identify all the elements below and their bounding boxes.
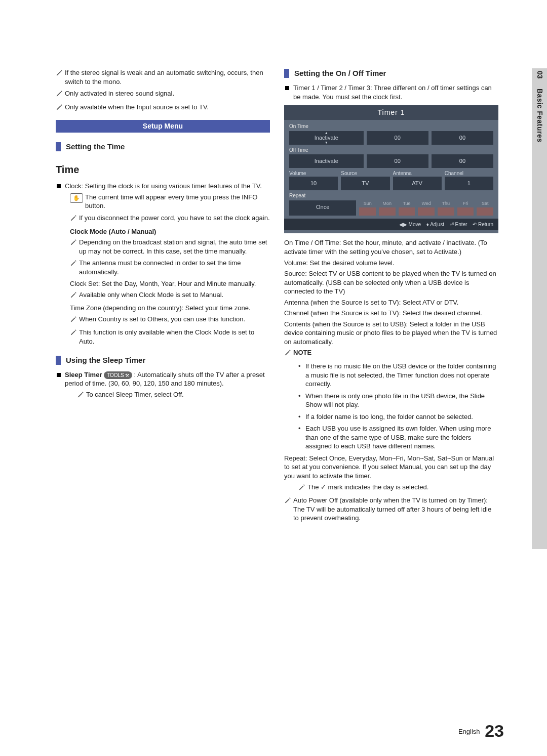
val-antenna: ATV bbox=[393, 177, 442, 190]
on-time-label: On Time bbox=[289, 123, 493, 130]
on-time-state: Inactivate bbox=[289, 131, 364, 145]
section-heading: Using the Sleep Timer bbox=[56, 355, 270, 365]
section-heading: Setting the On / Off Timer bbox=[284, 68, 498, 78]
day-mon: Mon bbox=[379, 200, 396, 216]
right-column: Setting the On / Off Timer Timer 1 / Tim… bbox=[284, 68, 498, 526]
note-text: Only activated in stereo sound signal. bbox=[65, 89, 174, 98]
p-contents: Contents (when the Source is set to USB)… bbox=[284, 320, 498, 347]
section-label: Basic Features bbox=[536, 89, 544, 143]
note: This function is only available when the… bbox=[70, 328, 270, 346]
off-time-hour: 00 bbox=[367, 154, 428, 168]
note-icon bbox=[70, 239, 79, 248]
repeat-label: Repeat bbox=[289, 192, 493, 199]
note: The antenna must be connected in order t… bbox=[70, 259, 270, 276]
day-sun: Sun bbox=[359, 200, 376, 216]
heading-accent bbox=[284, 69, 289, 78]
off-time-min: 00 bbox=[432, 154, 493, 168]
note: Only available when the Input source is … bbox=[56, 103, 270, 113]
hand-note: ✋ The current time will appear every tim… bbox=[70, 193, 270, 211]
heading-text: Setting the Time bbox=[66, 142, 125, 152]
hdr-source: Source bbox=[341, 170, 389, 177]
setup-menu-banner: Setup Menu bbox=[56, 120, 270, 133]
note-text: When Country is set to Others, you can u… bbox=[79, 315, 245, 324]
timer-panel: Timer 1 On Time Inactivate 00 00 Off Tim… bbox=[284, 105, 498, 233]
autopower-text: Auto Power Off (available only when the … bbox=[293, 496, 498, 523]
note: Available only when Clock Mode is set to… bbox=[70, 290, 270, 301]
timer-panel-title: Timer 1 bbox=[284, 105, 498, 120]
note: If the stereo signal is weak and an auto… bbox=[56, 68, 270, 86]
foot-enter: ⏎ Enter bbox=[450, 222, 467, 227]
bullet-icon bbox=[57, 184, 61, 188]
sleep-item: Sleep Timer TOOLS : Automatically shuts … bbox=[56, 370, 270, 388]
check-note: The ✓ mark indicates the day is selected… bbox=[298, 483, 498, 493]
content: If the stereo signal is weak and an auto… bbox=[56, 68, 499, 526]
day-fri: Fri bbox=[457, 200, 474, 216]
note-text: If the stereo signal is weak and an auto… bbox=[65, 68, 270, 86]
note-item: Each USB you use is assigned its own fol… bbox=[298, 424, 498, 451]
note: Depending on the broadcast station and s… bbox=[70, 238, 270, 256]
note-icon bbox=[77, 391, 86, 401]
note-icon bbox=[70, 215, 79, 224]
note-text: The antenna must be connected in order t… bbox=[79, 259, 270, 276]
day-wed: Wed bbox=[418, 200, 435, 216]
val-channel: 1 bbox=[445, 177, 493, 190]
page: 03 Basic Features If the stereo signal i… bbox=[0, 0, 547, 756]
day-tue: Tue bbox=[399, 200, 415, 216]
hdr-volume: Volume bbox=[289, 170, 338, 177]
hand-note-text: The current time will appear every time … bbox=[85, 193, 270, 211]
p-ontime: On Time / Off Time: Set the hour, minute… bbox=[284, 238, 498, 256]
val-volume: 10 bbox=[289, 177, 338, 190]
note: When Country is set to Others, you can u… bbox=[70, 315, 270, 325]
note-text: If you disconnect the power cord, you ha… bbox=[79, 214, 270, 223]
note-item: If a folder name is too long, the folder… bbox=[298, 412, 498, 422]
on-time-hour: 00 bbox=[367, 131, 428, 145]
foot-return: ↶ Return bbox=[473, 222, 493, 227]
repeat-value: Once bbox=[289, 200, 356, 216]
timer-footer: ◀▶ Move ♦ Adjust ⏎ Enter ↶ Return bbox=[284, 219, 498, 231]
page-footer: English 23 bbox=[458, 721, 504, 741]
clock-item: Clock: Setting the clock is for using va… bbox=[56, 182, 270, 191]
timer-item: Timer 1 / Timer 2 / Timer 3: Three diffe… bbox=[284, 83, 498, 101]
note-icon bbox=[284, 497, 293, 507]
autopower-note: Auto Power Off (available only when the … bbox=[284, 496, 498, 523]
p-repeat: Repeat: Select Once, Everyday, Mon~Fri, … bbox=[284, 454, 498, 481]
note-text: Available only when Clock Mode is set to… bbox=[79, 290, 223, 300]
note-text: To cancel Sleep Timer, select Off. bbox=[86, 390, 184, 399]
note-item: When there is only one photo file in the… bbox=[298, 392, 498, 409]
note-icon bbox=[298, 484, 307, 493]
hdr-antenna: Antenna bbox=[393, 170, 442, 177]
note-text: Only available when the Input source is … bbox=[65, 103, 209, 112]
p-volume: Volume: Set the desired volume level. bbox=[284, 259, 498, 268]
section-number: 03 bbox=[536, 71, 544, 79]
day-selector: Sun Mon Tue Wed Thu Fri Sat bbox=[359, 200, 493, 216]
p-channel: Channel (when the Source is set to TV): … bbox=[284, 309, 498, 318]
note-text: This function is only available when the… bbox=[79, 328, 270, 346]
note-list: If there is no music file on the USB dev… bbox=[298, 362, 498, 451]
bullet-icon bbox=[285, 86, 289, 90]
p-source: Source: Select TV or USB content to be p… bbox=[284, 269, 498, 296]
day-sat: Sat bbox=[477, 200, 493, 216]
note-icon bbox=[56, 69, 65, 79]
note: Only activated in stereo sound signal. bbox=[56, 89, 270, 100]
off-time-label: Off Time bbox=[289, 147, 493, 154]
note-icon bbox=[70, 316, 79, 325]
left-column: If the stereo signal is weak and an auto… bbox=[56, 68, 270, 526]
sleep-label: Sleep Timer bbox=[65, 371, 104, 379]
section-heading: Setting the Time bbox=[56, 142, 270, 152]
time-heading: Time bbox=[56, 163, 270, 177]
note-item: If there is no music file on the USB dev… bbox=[298, 362, 498, 389]
clock-mode-heading: Clock Mode (Auto / Manual) bbox=[70, 227, 270, 236]
note: If you disconnect the power cord, you ha… bbox=[70, 214, 270, 224]
hdr-channel: Channel bbox=[445, 170, 493, 177]
footer-lang: English bbox=[458, 728, 480, 735]
note-icon bbox=[70, 260, 79, 269]
foot-move: ◀▶ Move bbox=[399, 222, 421, 227]
note-heading-text: NOTE bbox=[293, 348, 311, 357]
note-icon bbox=[56, 104, 65, 113]
clock-text: Clock: Setting the clock is for using va… bbox=[65, 182, 262, 191]
note-heading: NOTE bbox=[284, 348, 498, 359]
off-time-state: Inactivate bbox=[289, 154, 364, 168]
heading-text: Setting the On / Off Timer bbox=[294, 68, 386, 78]
note-icon bbox=[70, 291, 79, 301]
val-source: TV bbox=[341, 177, 389, 190]
